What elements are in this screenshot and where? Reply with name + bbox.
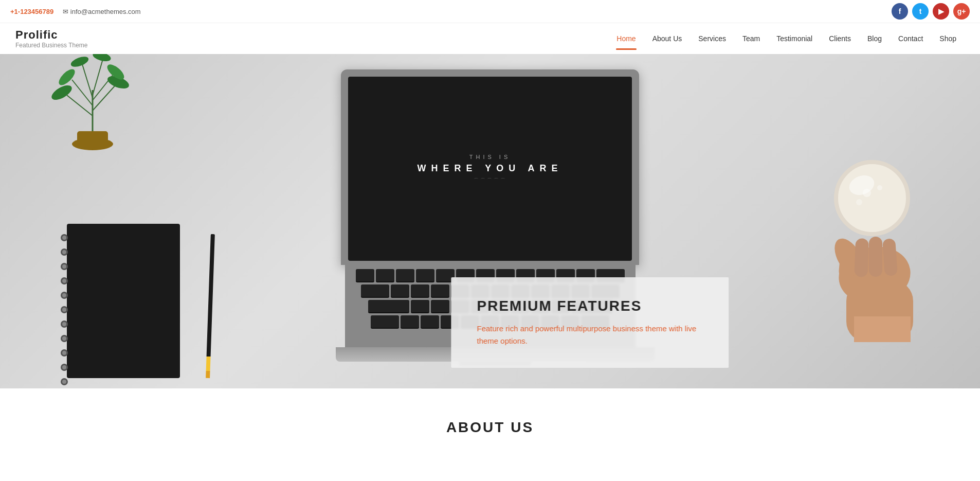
- laptop-screen-outer: THIS IS WHERE YOU ARE ⌒⌒⌒⌒⌒: [341, 69, 639, 265]
- coffee-hand-area: [805, 126, 939, 342]
- key: [421, 315, 439, 329]
- hero-section: THIS IS WHERE YOU ARE ⌒⌒⌒⌒⌒: [0, 54, 980, 388]
- svg-point-15: [836, 162, 908, 234]
- phone-number: +1-123456789: [10, 8, 53, 15]
- about-section: ABOUT US: [0, 388, 980, 456]
- ring-8: [61, 335, 68, 342]
- email-icon: ✉: [63, 8, 68, 15]
- top-bar: +1-123456789 ✉ info@acmethemes.com f t ▶…: [0, 0, 980, 23]
- feature-card-description: Feature rich and powerful multipurpose b…: [477, 323, 703, 347]
- svg-point-19: [856, 199, 862, 205]
- feature-card: PREMIUM FEATURES Feature rich and powerf…: [451, 277, 729, 368]
- key: [391, 284, 409, 298]
- about-title: ABOUT US: [10, 419, 970, 436]
- nav-contact[interactable]: Contact: [890, 29, 931, 48]
- key: [431, 300, 449, 313]
- feature-card-title: PREMIUM FEATURES: [477, 298, 703, 314]
- svg-line-7: [82, 64, 93, 98]
- key: [368, 300, 409, 313]
- ring-6: [61, 306, 68, 313]
- svg-point-17: [863, 189, 871, 197]
- twitter-link[interactable]: t: [912, 3, 929, 20]
- nav-blog[interactable]: Blog: [859, 29, 890, 48]
- ring-1: [61, 234, 68, 241]
- ring-3: [61, 263, 68, 270]
- ring-7: [61, 320, 68, 328]
- top-bar-contact: +1-123456789 ✉ info@acmethemes.com: [10, 8, 141, 15]
- notebook-prop: [67, 224, 180, 378]
- youtube-link[interactable]: ▶: [933, 3, 949, 20]
- nav-services[interactable]: Services: [690, 29, 734, 48]
- svg-rect-25: [882, 238, 898, 276]
- laptop-screen-inner: THIS IS WHERE YOU ARE ⌒⌒⌒⌒⌒: [348, 77, 632, 261]
- svg-rect-23: [854, 238, 869, 277]
- key: [356, 269, 374, 282]
- svg-line-3: [67, 95, 93, 116]
- screen-text-top: THIS IS: [469, 154, 511, 160]
- nav-about[interactable]: About Us: [644, 29, 691, 48]
- svg-point-11: [56, 66, 77, 87]
- nav-clients[interactable]: Clients: [821, 29, 859, 48]
- logo-title: Prolific: [15, 28, 88, 42]
- logo: Prolific Featured Business Theme: [15, 28, 88, 49]
- spiral-rings: [61, 234, 68, 388]
- screen-decoration: ⌒⌒⌒⌒⌒: [474, 177, 507, 184]
- nav-team[interactable]: Team: [734, 29, 768, 48]
- svg-point-18: [877, 185, 882, 190]
- key: [411, 284, 429, 298]
- social-links: f t ▶ g+: [892, 3, 970, 20]
- key: [431, 284, 449, 298]
- nav-shop[interactable]: Shop: [931, 29, 965, 48]
- main-nav: Home About Us Services Team Testimonial …: [608, 29, 965, 48]
- screen-text-main: WHERE YOU ARE: [417, 163, 562, 174]
- facebook-link[interactable]: f: [892, 3, 908, 20]
- svg-point-13: [69, 55, 89, 68]
- svg-line-4: [93, 85, 116, 111]
- ring-9: [61, 349, 68, 357]
- nav-home[interactable]: Home: [608, 29, 644, 48]
- googleplus-link[interactable]: g+: [953, 3, 970, 20]
- ring-11: [61, 378, 68, 385]
- plant-decoration: [41, 54, 144, 152]
- svg-rect-1: [77, 131, 108, 147]
- svg-rect-27: [854, 316, 911, 342]
- email-address: ✉ info@acmethemes.com: [63, 8, 140, 15]
- key: [411, 300, 429, 313]
- logo-subtitle: Featured Business Theme: [15, 42, 88, 49]
- key: [361, 284, 389, 298]
- ring-10: [61, 364, 68, 371]
- key: [371, 315, 399, 329]
- ring-5: [61, 292, 68, 299]
- ring-2: [61, 248, 68, 256]
- header: Prolific Featured Business Theme Home Ab…: [0, 23, 980, 54]
- svg-point-9: [49, 82, 74, 102]
- ring-4: [61, 277, 68, 284]
- key: [416, 269, 434, 282]
- svg-rect-24: [869, 237, 882, 277]
- nav-testimonial[interactable]: Testimonial: [768, 29, 821, 48]
- coffee-hand-svg: [805, 126, 939, 342]
- key: [396, 269, 414, 282]
- key: [376, 269, 394, 282]
- key: [401, 315, 419, 329]
